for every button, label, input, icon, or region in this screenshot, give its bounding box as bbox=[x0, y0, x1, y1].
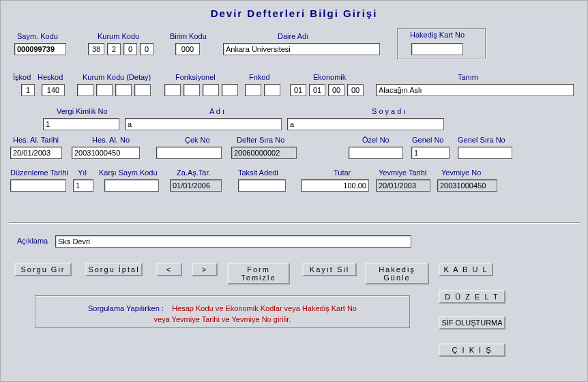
input-fnkod1[interactable] bbox=[245, 84, 261, 96]
input-ek1[interactable] bbox=[290, 84, 306, 96]
input-defter-sira bbox=[231, 147, 297, 159]
label-defter-sira: Defter Sıra No bbox=[237, 136, 284, 144]
label-tutar: Tutar bbox=[334, 168, 351, 177]
input-hes-al-tarihi[interactable] bbox=[10, 147, 62, 159]
input-ek2[interactable] bbox=[309, 84, 325, 96]
label-ozel-no: Özel No bbox=[362, 136, 389, 144]
input-fn4[interactable] bbox=[222, 84, 238, 96]
label-saym-kodu: Saym. Kodu bbox=[17, 32, 58, 40]
input-soyadi[interactable] bbox=[287, 118, 444, 130]
label-genel-sira: Genel Sıra No bbox=[458, 136, 505, 144]
input-fn1[interactable] bbox=[164, 84, 181, 96]
sorgu-line1: Hesap Kodu ve Ekonomik Kodlar veya Haked… bbox=[172, 304, 357, 312]
sorgulama-note: Sorgulama Yapılırken : Hesap Kodu ve Eko… bbox=[35, 295, 410, 328]
input-fn2[interactable] bbox=[183, 84, 200, 96]
page-title: Devir Defterleri Bilgi Girişi bbox=[1, 1, 587, 29]
label-genel-no: Genel No bbox=[412, 136, 443, 144]
input-kd4[interactable] bbox=[134, 84, 151, 96]
label-hes-al-tarihi: Hes. Al. Tarihi bbox=[13, 136, 59, 144]
input-hes-al-no[interactable] bbox=[72, 147, 140, 159]
input-yevmiye-tarihi bbox=[376, 179, 430, 192]
label-iskod: İşkod bbox=[13, 73, 31, 81]
input-zaastar bbox=[170, 179, 222, 192]
input-yil[interactable] bbox=[73, 179, 93, 192]
input-vergi[interactable] bbox=[43, 118, 119, 130]
input-genel-no[interactable] bbox=[411, 147, 450, 159]
input-kd1[interactable] bbox=[77, 84, 93, 96]
input-fn3[interactable] bbox=[203, 84, 219, 96]
label-adi: A d ı bbox=[209, 107, 224, 115]
label-duzenleme: Düzenleme Tarihi bbox=[10, 168, 68, 177]
label-birim-kodu: Birim Kodu bbox=[170, 32, 207, 40]
input-duzenleme[interactable] bbox=[10, 179, 66, 192]
input-saym-kodu[interactable] bbox=[14, 43, 66, 55]
label-daire-adi: Daire Adı bbox=[278, 32, 308, 40]
btn-duzelt[interactable]: D Ü Z E L T bbox=[439, 290, 505, 304]
btn-kabul[interactable]: K A B U L bbox=[439, 263, 493, 276]
label-tanim: Tanım bbox=[458, 73, 478, 81]
input-hakedis[interactable] bbox=[411, 43, 463, 55]
btn-hakedis-gunle[interactable]: Hakediş Günle bbox=[365, 263, 429, 284]
btn-prev[interactable]: < bbox=[156, 263, 182, 276]
input-fnkod2[interactable] bbox=[264, 84, 280, 96]
label-kurum-detay: Kurum Kodu (Detay) bbox=[83, 73, 151, 81]
input-aciklama[interactable] bbox=[55, 235, 411, 248]
label-fnkod: Fnkod bbox=[249, 73, 270, 81]
input-yevmiye-no bbox=[437, 179, 497, 192]
btn-sorgu-gir[interactable]: Sorgu Gir bbox=[14, 263, 72, 276]
btn-next[interactable]: > bbox=[192, 263, 218, 276]
sorgu-line2: veya Yevmiye Tarihi ve Yevmiye No girili… bbox=[154, 315, 291, 323]
label-fonksiyonel: Fonksiyonel bbox=[175, 73, 216, 81]
input-daire-adi[interactable] bbox=[223, 43, 380, 55]
label-taksit: Taksit Adedi bbox=[238, 168, 278, 177]
btn-sorgu-iptal[interactable]: Sorgu İptal bbox=[85, 263, 143, 276]
input-kd3[interactable] bbox=[115, 84, 132, 96]
input-kurum3[interactable] bbox=[123, 43, 137, 55]
input-genel-sira[interactable] bbox=[458, 147, 512, 159]
label-kurum-kodu: Kurum Kodu bbox=[98, 32, 139, 40]
sorgu-prefix: Sorgulama Yapılırken : bbox=[88, 304, 164, 312]
input-kurum1[interactable] bbox=[88, 43, 104, 55]
input-tanim[interactable] bbox=[376, 84, 574, 96]
input-ek4[interactable] bbox=[347, 84, 364, 96]
input-ek3[interactable] bbox=[328, 84, 344, 96]
label-heskod: Heskod bbox=[38, 73, 63, 81]
input-kurum2[interactable] bbox=[107, 43, 121, 55]
label-hes-al-no: Hes. Al. No bbox=[92, 136, 130, 144]
input-adi[interactable] bbox=[125, 118, 282, 130]
label-cek-no: Çek No bbox=[185, 136, 210, 144]
label-vergi: Vergi Kimlik No bbox=[57, 107, 108, 115]
input-iskod[interactable] bbox=[21, 84, 35, 96]
input-ozel-no[interactable] bbox=[349, 147, 403, 159]
label-yevmiye-tarihi: Yevmiye Tarihi bbox=[379, 168, 426, 177]
input-birim-kodu[interactable] bbox=[175, 43, 200, 55]
label-ekonomik: Ekonomik bbox=[313, 73, 346, 81]
input-kd2[interactable] bbox=[96, 84, 113, 96]
input-heskod[interactable] bbox=[42, 84, 65, 96]
label-hakedis: Hakediş Kart No bbox=[410, 31, 465, 39]
btn-sif-olusturma[interactable]: SİF OLUŞTURMA bbox=[439, 316, 505, 329]
label-zaastar: Za.Aş.Tar. bbox=[177, 168, 211, 177]
label-yevmiye-no: Yevmiye No bbox=[441, 168, 481, 177]
label-soyadi: S o y a d ı bbox=[372, 107, 406, 115]
btn-form-temizle[interactable]: Form Temizle bbox=[227, 263, 290, 284]
input-taksit[interactable] bbox=[238, 179, 286, 192]
input-cek-no[interactable] bbox=[156, 147, 222, 159]
input-tutar[interactable] bbox=[301, 179, 369, 192]
input-kurum4[interactable] bbox=[140, 43, 153, 55]
label-karsi: Karşı Saym.Kodu bbox=[99, 168, 158, 177]
label-aciklama: Açıklama bbox=[17, 237, 48, 245]
btn-cikis[interactable]: Ç I K I Ş bbox=[439, 343, 505, 357]
input-karsi[interactable] bbox=[104, 179, 159, 192]
label-yil: Yıl bbox=[78, 168, 87, 177]
btn-kayit-sil[interactable]: Kayıt Sil bbox=[302, 263, 357, 276]
